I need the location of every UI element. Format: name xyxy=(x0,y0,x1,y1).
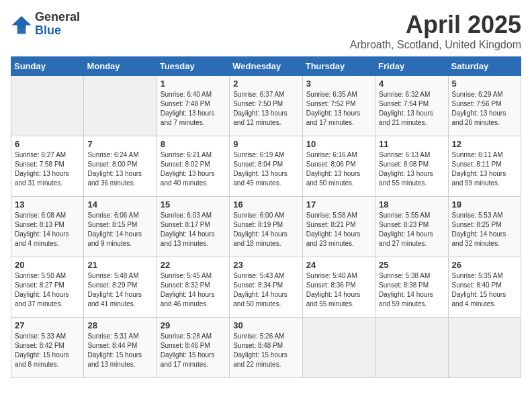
calendar-cell: 11Sunrise: 6:13 AMSunset: 8:08 PMDayligh… xyxy=(375,136,448,197)
column-header-thursday: Thursday xyxy=(302,57,375,76)
day-number: 27 xyxy=(15,320,80,330)
day-info: Sunrise: 5:38 AMSunset: 8:38 PMDaylight:… xyxy=(379,271,444,309)
column-header-saturday: Saturday xyxy=(448,57,521,76)
day-info: Sunrise: 5:35 AMSunset: 8:40 PMDaylight:… xyxy=(452,271,517,309)
logo-icon xyxy=(11,13,32,35)
day-number: 23 xyxy=(233,260,298,270)
day-info: Sunrise: 6:29 AMSunset: 7:56 PMDaylight:… xyxy=(452,90,517,128)
day-info: Sunrise: 6:13 AMSunset: 8:08 PMDaylight:… xyxy=(379,150,444,188)
calendar-cell: 12Sunrise: 6:11 AMSunset: 8:11 PMDayligh… xyxy=(448,136,521,197)
logo: General Blue xyxy=(11,11,80,38)
calendar-header-row: SundayMondayTuesdayWednesdayThursdayFrid… xyxy=(11,57,521,76)
day-info: Sunrise: 6:06 AMSunset: 8:15 PMDaylight:… xyxy=(87,211,152,248)
calendar-cell: 13Sunrise: 6:08 AMSunset: 8:13 PMDayligh… xyxy=(11,197,84,257)
calendar-table: SundayMondayTuesdayWednesdayThursdayFrid… xyxy=(11,56,521,378)
calendar-cell: 3Sunrise: 6:35 AMSunset: 7:52 PMDaylight… xyxy=(302,76,375,136)
day-info: Sunrise: 5:55 AMSunset: 8:23 PMDaylight:… xyxy=(379,211,444,248)
day-number: 3 xyxy=(306,79,371,89)
calendar-cell: 19Sunrise: 5:53 AMSunset: 8:25 PMDayligh… xyxy=(448,197,521,257)
calendar-cell: 26Sunrise: 5:35 AMSunset: 8:40 PMDayligh… xyxy=(448,257,521,318)
calendar-cell: 4Sunrise: 6:32 AMSunset: 7:54 PMDaylight… xyxy=(375,76,448,136)
calendar-cell: 27Sunrise: 5:33 AMSunset: 8:42 PMDayligh… xyxy=(11,318,84,378)
day-info: Sunrise: 6:37 AMSunset: 7:50 PMDaylight:… xyxy=(233,90,298,128)
day-info: Sunrise: 5:33 AMSunset: 8:42 PMDaylight:… xyxy=(15,332,80,369)
calendar-cell: 20Sunrise: 5:50 AMSunset: 8:27 PMDayligh… xyxy=(11,257,84,318)
day-number: 1 xyxy=(161,79,226,89)
logo-general: General xyxy=(35,11,80,24)
calendar-cell xyxy=(11,76,84,136)
day-number: 29 xyxy=(161,320,226,330)
calendar-cell xyxy=(302,318,375,378)
day-number: 30 xyxy=(233,320,298,330)
day-info: Sunrise: 5:28 AMSunset: 8:46 PMDaylight:… xyxy=(161,332,226,369)
day-number: 7 xyxy=(87,139,152,149)
day-number: 14 xyxy=(87,199,152,210)
calendar-cell: 9Sunrise: 6:19 AMSunset: 8:04 PMDaylight… xyxy=(230,136,302,197)
day-number: 21 xyxy=(87,260,152,270)
day-info: Sunrise: 6:08 AMSunset: 8:13 PMDaylight:… xyxy=(15,211,80,248)
page-subtitle: Arbroath, Scotland, United Kingdom xyxy=(350,39,521,51)
day-info: Sunrise: 6:11 AMSunset: 8:11 PMDaylight:… xyxy=(452,150,517,188)
calendar-week-row: 20Sunrise: 5:50 AMSunset: 8:27 PMDayligh… xyxy=(11,257,521,318)
svg-marker-1 xyxy=(12,16,32,28)
day-number: 26 xyxy=(452,260,517,270)
day-number: 6 xyxy=(15,139,80,149)
header: General Blue April 2025 Arbroath, Scotla… xyxy=(11,11,521,51)
calendar-week-row: 13Sunrise: 6:08 AMSunset: 8:13 PMDayligh… xyxy=(11,197,521,257)
day-number: 20 xyxy=(15,260,80,270)
calendar-cell: 21Sunrise: 5:48 AMSunset: 8:29 PMDayligh… xyxy=(84,257,157,318)
day-info: Sunrise: 6:40 AMSunset: 7:48 PMDaylight:… xyxy=(161,90,226,128)
day-number: 18 xyxy=(379,199,444,210)
calendar-cell: 14Sunrise: 6:06 AMSunset: 8:15 PMDayligh… xyxy=(84,197,157,257)
calendar-cell: 6Sunrise: 6:27 AMSunset: 7:58 PMDaylight… xyxy=(11,136,84,197)
calendar-cell: 1Sunrise: 6:40 AMSunset: 7:48 PMDaylight… xyxy=(157,76,229,136)
calendar-cell: 10Sunrise: 6:16 AMSunset: 8:06 PMDayligh… xyxy=(302,136,375,197)
day-number: 10 xyxy=(306,139,371,149)
calendar-cell xyxy=(375,318,448,378)
day-info: Sunrise: 6:16 AMSunset: 8:06 PMDaylight:… xyxy=(306,150,371,188)
calendar-week-row: 27Sunrise: 5:33 AMSunset: 8:42 PMDayligh… xyxy=(11,318,521,378)
calendar-cell: 16Sunrise: 6:00 AMSunset: 8:19 PMDayligh… xyxy=(230,197,302,257)
calendar-week-row: 1Sunrise: 6:40 AMSunset: 7:48 PMDaylight… xyxy=(11,76,521,136)
logo-text: General Blue xyxy=(35,11,80,38)
day-number: 11 xyxy=(379,139,444,149)
day-info: Sunrise: 5:58 AMSunset: 8:21 PMDaylight:… xyxy=(306,211,371,248)
column-header-friday: Friday xyxy=(375,57,448,76)
day-info: Sunrise: 6:00 AMSunset: 8:19 PMDaylight:… xyxy=(233,211,298,248)
day-info: Sunrise: 6:24 AMSunset: 8:00 PMDaylight:… xyxy=(87,150,152,188)
day-number: 13 xyxy=(15,199,80,210)
day-info: Sunrise: 6:35 AMSunset: 7:52 PMDaylight:… xyxy=(306,90,371,128)
day-number: 15 xyxy=(161,199,226,210)
day-number: 9 xyxy=(233,139,298,149)
column-header-monday: Monday xyxy=(84,57,157,76)
day-info: Sunrise: 5:53 AMSunset: 8:25 PMDaylight:… xyxy=(452,211,517,248)
day-number: 12 xyxy=(452,139,517,149)
calendar-cell: 17Sunrise: 5:58 AMSunset: 8:21 PMDayligh… xyxy=(302,197,375,257)
column-header-wednesday: Wednesday xyxy=(230,57,302,76)
day-info: Sunrise: 5:48 AMSunset: 8:29 PMDaylight:… xyxy=(87,271,152,309)
day-number: 28 xyxy=(87,320,152,330)
calendar-cell: 30Sunrise: 5:26 AMSunset: 8:48 PMDayligh… xyxy=(230,318,302,378)
day-number: 8 xyxy=(161,139,226,149)
day-number: 16 xyxy=(233,199,298,210)
day-info: Sunrise: 5:43 AMSunset: 8:34 PMDaylight:… xyxy=(233,271,298,309)
day-number: 25 xyxy=(379,260,444,270)
day-number: 2 xyxy=(233,79,298,89)
calendar-cell: 8Sunrise: 6:21 AMSunset: 8:02 PMDaylight… xyxy=(157,136,229,197)
calendar-cell: 7Sunrise: 6:24 AMSunset: 8:00 PMDaylight… xyxy=(84,136,157,197)
calendar-cell: 25Sunrise: 5:38 AMSunset: 8:38 PMDayligh… xyxy=(375,257,448,318)
page-title: April 2025 xyxy=(350,11,521,39)
day-info: Sunrise: 5:26 AMSunset: 8:48 PMDaylight:… xyxy=(233,332,298,369)
calendar-cell: 15Sunrise: 6:03 AMSunset: 8:17 PMDayligh… xyxy=(157,197,229,257)
day-number: 4 xyxy=(379,79,444,89)
calendar-cell: 24Sunrise: 5:40 AMSunset: 8:36 PMDayligh… xyxy=(302,257,375,318)
day-info: Sunrise: 6:03 AMSunset: 8:17 PMDaylight:… xyxy=(161,211,226,248)
day-info: Sunrise: 6:21 AMSunset: 8:02 PMDaylight:… xyxy=(161,150,226,188)
calendar-cell: 29Sunrise: 5:28 AMSunset: 8:46 PMDayligh… xyxy=(157,318,229,378)
calendar-cell: 23Sunrise: 5:43 AMSunset: 8:34 PMDayligh… xyxy=(230,257,302,318)
day-info: Sunrise: 6:19 AMSunset: 8:04 PMDaylight:… xyxy=(233,150,298,188)
column-header-tuesday: Tuesday xyxy=(157,57,229,76)
calendar-cell: 28Sunrise: 5:31 AMSunset: 8:44 PMDayligh… xyxy=(84,318,157,378)
calendar-week-row: 6Sunrise: 6:27 AMSunset: 7:58 PMDaylight… xyxy=(11,136,521,197)
calendar-cell: 22Sunrise: 5:45 AMSunset: 8:32 PMDayligh… xyxy=(157,257,229,318)
